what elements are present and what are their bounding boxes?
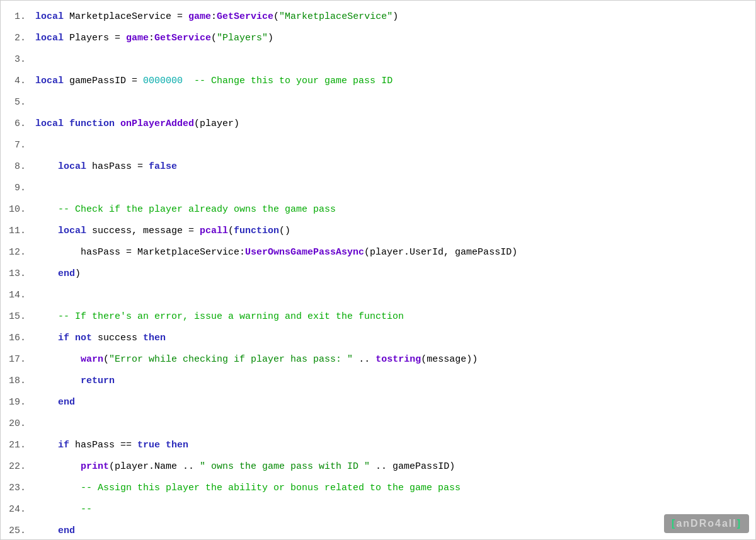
line-content: local gamePassID = 0000000 -- Change thi… xyxy=(35,70,755,91)
code-content: 1.local MarketplaceService = game:GetSer… xyxy=(1,1,755,540)
code-row: 23. -- Assign this player the ability or… xyxy=(1,477,755,498)
code-row: 2.local Players = game:GetService("Playe… xyxy=(1,27,755,49)
line-content: end xyxy=(35,520,755,540)
token-plain xyxy=(35,204,58,215)
token-kw-function: function xyxy=(234,226,279,236)
code-editor: 1.local MarketplaceService = game:GetSer… xyxy=(0,0,756,540)
token-comment: -- xyxy=(81,504,92,515)
token-fn-call: warn xyxy=(81,354,103,365)
code-row: 20. xyxy=(1,413,755,434)
line-content xyxy=(35,134,755,135)
token-plain xyxy=(35,226,58,236)
token-kw-return: return xyxy=(81,376,115,386)
code-row: 12. hasPass = MarketplaceService:UserOwn… xyxy=(1,241,755,263)
code-row: 17. warn("Error while checking if player… xyxy=(1,348,755,370)
token-plain xyxy=(183,76,194,86)
token-plain xyxy=(35,268,58,279)
token-plain: Players = xyxy=(69,33,126,43)
line-number: 21. xyxy=(1,434,35,456)
token-kw-local: local xyxy=(35,11,69,22)
code-row: 16. if not success then xyxy=(1,327,755,348)
token-plain: ) xyxy=(392,11,398,22)
code-row: 9. xyxy=(1,177,755,198)
token-plain: success, message = xyxy=(92,226,200,236)
token-game-kw: game xyxy=(188,11,211,22)
token-plain xyxy=(35,440,58,451)
watermark: [anDRo4all] xyxy=(664,514,749,533)
token-plain: (player.Name .. xyxy=(109,461,200,472)
token-kw-local: local xyxy=(35,33,69,43)
line-content xyxy=(35,91,755,93)
line-number: 11. xyxy=(1,220,35,241)
token-plain: (message)) xyxy=(421,354,478,365)
line-content: return xyxy=(35,370,755,391)
token-fn-call: GetService xyxy=(154,33,211,43)
code-row: 3. xyxy=(1,49,755,70)
line-content: if hasPass == true then xyxy=(35,434,755,456)
token-plain xyxy=(35,526,58,536)
token-kw-local: local xyxy=(58,226,92,236)
line-content: print(player.Name .. " owns the game pas… xyxy=(35,456,755,477)
token-fn-call: pcall xyxy=(200,226,228,236)
code-row: 25. end xyxy=(1,520,755,540)
token-fn-call: GetService xyxy=(217,11,273,22)
code-row: 22. print(player.Name .. " owns the game… xyxy=(1,456,755,477)
token-number: 0000000 xyxy=(143,76,183,86)
token-comment: -- Check if the player already owns the … xyxy=(58,204,336,215)
line-number: 9. xyxy=(1,177,35,198)
token-plain: ( xyxy=(211,33,217,43)
token-plain: ( xyxy=(228,226,234,236)
token-plain xyxy=(35,161,58,172)
line-content xyxy=(35,49,755,50)
line-content: -- If there's an error, issue a warning … xyxy=(35,306,755,327)
line-content: warn("Error while checking if player has… xyxy=(35,348,755,370)
token-plain xyxy=(35,504,81,515)
token-string: "MarketplaceService" xyxy=(279,11,392,22)
watermark-text: anDRo4all xyxy=(676,518,736,529)
token-kw-local: local xyxy=(58,161,92,172)
line-content: local hasPass = false xyxy=(35,156,755,177)
token-kw-then: then xyxy=(143,333,166,343)
token-plain xyxy=(35,354,81,365)
line-content: local function onPlayerAdded(player) xyxy=(35,113,755,134)
line-number: 23. xyxy=(1,477,35,498)
token-kw-end: end xyxy=(58,526,75,536)
token-game-kw: game xyxy=(126,33,149,43)
token-kw-end: end xyxy=(58,268,75,279)
code-row: 7. xyxy=(1,134,755,156)
code-row: 18. return xyxy=(1,370,755,391)
token-plain: ) xyxy=(75,268,81,279)
token-kw-then: then xyxy=(166,440,188,451)
code-row: 6.local function onPlayerAdded(player) xyxy=(1,113,755,134)
code-row: 13. end) xyxy=(1,263,755,284)
token-plain: hasPass == xyxy=(75,440,137,451)
line-content xyxy=(35,177,755,178)
token-kw-false: false xyxy=(149,161,177,172)
token-plain: ( xyxy=(103,354,109,365)
line-number: 12. xyxy=(1,241,35,263)
code-row: 15. -- If there's an error, issue a warn… xyxy=(1,306,755,327)
token-string: "Players" xyxy=(217,33,268,43)
token-plain: : xyxy=(149,33,154,43)
code-row: 1.local MarketplaceService = game:GetSer… xyxy=(1,6,755,27)
line-content: -- Check if the player already owns the … xyxy=(35,198,755,220)
token-plain: success xyxy=(98,333,143,343)
code-row: 11. local success, message = pcall(funct… xyxy=(1,220,755,241)
line-number: 25. xyxy=(1,520,35,540)
line-number: 24. xyxy=(1,498,35,520)
code-row: 4.local gamePassID = 0000000 -- Change t… xyxy=(1,70,755,91)
line-number: 22. xyxy=(1,456,35,477)
code-row: 14. xyxy=(1,284,755,306)
token-string: "Error while checking if player has pass… xyxy=(109,354,353,365)
line-number: 10. xyxy=(1,198,35,220)
token-kw-not: not xyxy=(75,333,98,343)
line-content xyxy=(35,284,755,285)
line-content: end) xyxy=(35,263,755,284)
token-plain xyxy=(35,483,81,493)
token-comment: -- Change this to your game pass ID xyxy=(194,76,392,86)
line-number: 2. xyxy=(1,27,35,49)
token-plain: : xyxy=(211,11,217,22)
token-plain xyxy=(35,376,81,386)
token-kw-local: local xyxy=(35,118,69,129)
token-kw-if: if xyxy=(58,333,75,343)
